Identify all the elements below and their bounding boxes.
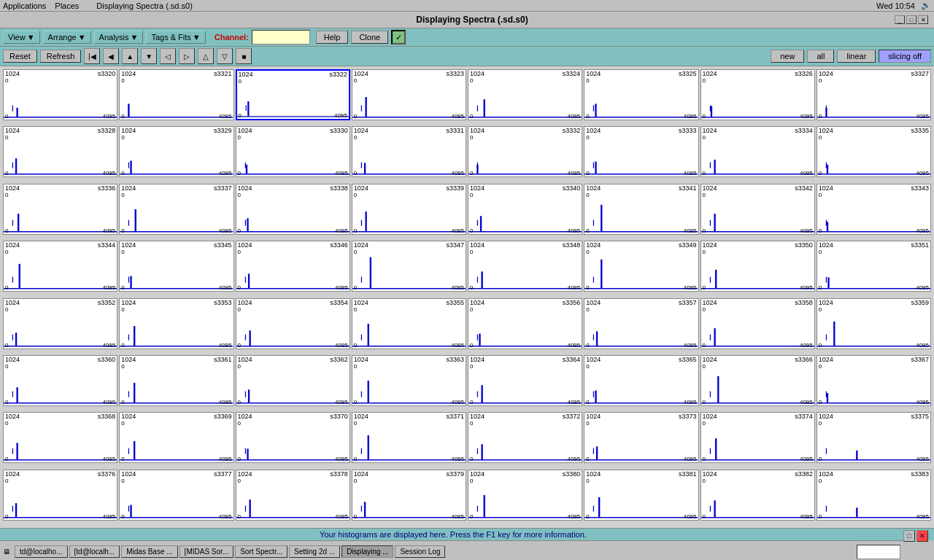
slicing-off-button[interactable]: slicing off xyxy=(879,50,931,63)
linear-button[interactable]: linear xyxy=(837,50,876,63)
taskbar-app-session-log[interactable]: Session Log xyxy=(395,545,445,558)
spectrum-cell-s3331[interactable]: 1024 s3331 0 0 4095 xyxy=(352,126,466,177)
spectrum-cell-s3353[interactable]: 1024 s3353 0 0 4095 xyxy=(119,298,234,349)
spectrum-cell-s3328[interactable]: 1024 s3328 0 0 4095 xyxy=(3,126,117,177)
spectrum-cell-s3321[interactable]: 1024 s3321 0 0 4095 xyxy=(119,69,234,120)
spectrum-cell-s3378[interactable]: 1024 s3378 0 0 4095 xyxy=(236,470,350,521)
spectrum-cell-s3350[interactable]: 1024 s3350 0 0 4095 xyxy=(700,241,815,292)
prev-large-button[interactable]: ▲ xyxy=(122,48,138,64)
spectrum-cell-s3380[interactable]: 1024 s3380 0 0 4095 xyxy=(468,470,582,521)
spectrum-cell-s3362[interactable]: 1024 s3362 0 0 4095 xyxy=(236,355,350,406)
taskbar-app--td-localh---[interactable]: [td@localh... xyxy=(69,545,120,558)
spectrum-cell-s3363[interactable]: 1024 s3363 0 0 4095 xyxy=(352,355,466,406)
taskbar-app--midas-sor---[interactable]: [MIDAS Sor... xyxy=(180,545,234,558)
spectrum-cell-s3357[interactable]: 1024 s3357 0 0 4095 xyxy=(584,298,698,349)
first-button[interactable]: |◀ xyxy=(84,48,100,64)
spectrum-cell-s3360[interactable]: 1024 s3360 0 0 4095 xyxy=(3,355,117,406)
next-large-button[interactable]: ▼ xyxy=(141,48,157,64)
spectrum-cell-s3335[interactable]: 1024 s3335 0 0 4095 xyxy=(817,126,931,177)
spectrum-cell-s3376[interactable]: 1024 s3376 0 0 4095 xyxy=(3,470,117,521)
spectrum-cell-s3340[interactable]: 1024 s3340 0 0 4095 xyxy=(468,184,582,235)
resize-button[interactable]: □ xyxy=(903,530,915,542)
channel-input[interactable] xyxy=(252,30,310,44)
spectrum-cell-s3333[interactable]: 1024 s3333 0 0 4095 xyxy=(584,126,698,177)
view-menu[interactable]: View ▼ xyxy=(3,31,40,44)
spectrum-cell-s3359[interactable]: 1024 s3359 0 0 4095 xyxy=(817,298,931,349)
spectrum-cell-s3329[interactable]: 1024 s3329 0 0 4095 xyxy=(119,126,234,177)
taskbar-app-setting-2d----[interactable]: Setting 2d ... xyxy=(289,545,340,558)
spectrum-cell-s3348[interactable]: 1024 s3348 0 0 4095 xyxy=(468,241,582,292)
taskbar-search[interactable] xyxy=(857,545,900,559)
prev-small-button[interactable]: ◀ xyxy=(103,48,119,64)
spectrum-cell-s3332[interactable]: 1024 s3332 0 0 4095 xyxy=(468,126,582,177)
spectrum-cell-s3370[interactable]: 1024 s3370 0 0 4095 xyxy=(236,412,350,463)
spectrum-cell-s3324[interactable]: 1024 s3324 0 0 4095 xyxy=(468,69,582,120)
next-page-button[interactable]: ▽ xyxy=(217,48,233,64)
arrange-menu[interactable]: Arrange ▼ xyxy=(43,31,91,44)
spectrum-cell-s3347[interactable]: 1024 s3347 0 0 4095 xyxy=(352,241,466,292)
prev-button[interactable]: ◁ xyxy=(160,48,176,64)
spectrum-cell-s3354[interactable]: 1024 s3354 0 0 4095 xyxy=(236,298,350,349)
spectrum-cell-s3365[interactable]: 1024 s3365 0 0 4095 xyxy=(584,355,698,406)
refresh-button[interactable]: Refresh xyxy=(40,50,82,63)
stop-button[interactable]: ■ xyxy=(236,48,252,64)
spectrum-cell-s3369[interactable]: 1024 s3369 0 0 4095 xyxy=(119,412,234,463)
spectrum-cell-s3374[interactable]: 1024 s3374 0 0 4095 xyxy=(700,412,815,463)
close-button[interactable]: ✕ xyxy=(918,15,928,24)
spectrum-cell-s3372[interactable]: 1024 s3372 0 0 4095 xyxy=(468,412,582,463)
spectrum-cell-s3322[interactable]: 1024 s3322 0 0 4095 xyxy=(236,69,350,120)
taskbar-app-td-localho---[interactable]: td@localho... xyxy=(15,545,68,558)
tags-fits-menu[interactable]: Tags & Fits ▼ xyxy=(146,31,205,44)
spectrum-cell-s3367[interactable]: 1024 s3367 0 0 4095 xyxy=(817,355,931,406)
places-menu[interactable]: Places xyxy=(55,1,79,10)
spectrum-cell-s3368[interactable]: 1024 s3368 0 0 4095 xyxy=(3,412,117,463)
prev-page-button[interactable]: △ xyxy=(198,48,214,64)
reset-button[interactable]: Reset xyxy=(3,50,37,63)
spectrum-cell-s3342[interactable]: 1024 s3342 0 0 4095 xyxy=(700,184,815,235)
spectrum-cell-s3349[interactable]: 1024 s3349 0 0 4095 xyxy=(584,241,698,292)
spectrum-cell-s3358[interactable]: 1024 s3358 0 0 4095 xyxy=(700,298,815,349)
spectrum-cell-s3325[interactable]: 1024 s3325 0 0 4095 xyxy=(584,69,698,120)
taskbar-app-sort-spectr---[interactable]: Sort Spectr... xyxy=(235,545,287,558)
applications-menu[interactable]: Applications xyxy=(3,1,46,10)
spectrum-cell-s3377[interactable]: 1024 s3377 0 0 4095 xyxy=(119,470,234,521)
spectrum-cell-s3323[interactable]: 1024 s3323 0 0 4095 xyxy=(352,69,466,120)
spectrum-cell-s3338[interactable]: 1024 s3338 0 0 4095 xyxy=(236,184,350,235)
all-button[interactable]: all xyxy=(807,50,834,63)
next-button[interactable]: ▷ xyxy=(179,48,195,64)
spectrum-cell-s3355[interactable]: 1024 s3355 0 0 4095 xyxy=(352,298,466,349)
spectrum-cell-s3336[interactable]: 1024 s3336 0 0 4095 xyxy=(3,184,117,235)
taskbar-app-midas-base----[interactable]: Midas Base ... xyxy=(121,545,177,558)
spectrum-cell-s3343[interactable]: 1024 s3343 0 0 4095 xyxy=(817,184,931,235)
spectrum-cell-s3383[interactable]: 1024 s3383 0 0 4095 xyxy=(817,470,931,521)
checkbox-toggle[interactable]: ✓ xyxy=(391,30,406,44)
spectrum-cell-s3382[interactable]: 1024 s3382 0 0 4095 xyxy=(700,470,815,521)
spectrum-cell-s3320[interactable]: 1024 s3320 0 0 4095 xyxy=(3,69,117,120)
help-button[interactable]: Help xyxy=(316,31,349,44)
spectrum-cell-s3341[interactable]: 1024 s3341 0 0 4095 xyxy=(584,184,698,235)
spectrum-cell-s3330[interactable]: 1024 s3330 0 0 4095 xyxy=(236,126,350,177)
maximize-button[interactable]: □ xyxy=(906,15,916,24)
spectrum-cell-s3326[interactable]: 1024 s3326 0 0 4095 xyxy=(700,69,815,120)
minimize-button[interactable]: _ xyxy=(895,15,905,24)
spectrum-cell-s3366[interactable]: 1024 s3366 0 0 4095 xyxy=(700,355,815,406)
spectrum-cell-s3339[interactable]: 1024 s3339 0 0 4095 xyxy=(352,184,466,235)
spectrum-cell-s3373[interactable]: 1024 s3373 0 0 4095 xyxy=(584,412,698,463)
close-status-button[interactable]: ✕ xyxy=(916,530,928,542)
spectrum-cell-s3327[interactable]: 1024 s3327 0 0 4095 xyxy=(817,69,931,120)
spectrum-cell-s3337[interactable]: 1024 s3337 0 0 4095 xyxy=(119,184,234,235)
spectrum-cell-s3352[interactable]: 1024 s3352 0 0 4095 xyxy=(3,298,117,349)
spectrum-cell-s3381[interactable]: 1024 s3381 0 0 4095 xyxy=(584,470,698,521)
spectrum-cell-s3345[interactable]: 1024 s3345 0 0 4095 xyxy=(119,241,234,292)
new-button[interactable]: new xyxy=(771,50,804,63)
spectrum-cell-s3375[interactable]: 1024 s3375 0 0 4095 xyxy=(817,412,931,463)
spectrum-cell-s3379[interactable]: 1024 s3379 0 0 4095 xyxy=(352,470,466,521)
spectrum-cell-s3364[interactable]: 1024 s3364 0 0 4095 xyxy=(468,355,582,406)
spectrum-cell-s3344[interactable]: 1024 s3344 0 0 4095 xyxy=(3,241,117,292)
clone-button[interactable]: Clone xyxy=(351,31,388,44)
spectrum-cell-s3371[interactable]: 1024 s3371 0 0 4095 xyxy=(352,412,466,463)
spectrum-cell-s3361[interactable]: 1024 s3361 0 0 4095 xyxy=(119,355,234,406)
analysis-menu[interactable]: Analysis ▼ xyxy=(94,31,144,44)
spectrum-cell-s3334[interactable]: 1024 s3334 0 0 4095 xyxy=(700,126,815,177)
spectrum-cell-s3356[interactable]: 1024 s3356 0 0 4095 xyxy=(468,298,582,349)
